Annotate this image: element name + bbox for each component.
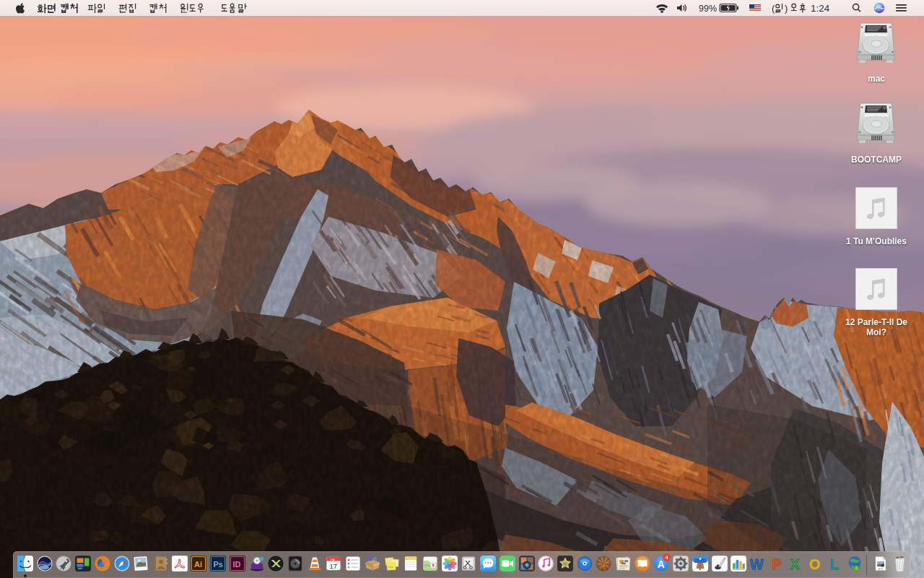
svg-text:7월: 7월: [331, 558, 335, 561]
svg-text:ID: ID: [232, 560, 240, 569]
svg-text:): ): [785, 3, 788, 14]
svg-text:O: O: [809, 556, 821, 572]
svg-text:17: 17: [330, 562, 338, 570]
svg-text:P: P: [772, 556, 781, 572]
svg-text:L: L: [830, 556, 839, 572]
svg-text:99%: 99%: [699, 4, 717, 14]
svg-text:1:24: 1:24: [811, 3, 830, 14]
svg-text:W: W: [750, 556, 764, 572]
svg-text:Plan: Plan: [388, 566, 393, 569]
svg-text:RTF: RTF: [879, 568, 883, 571]
svg-text:(: (: [772, 3, 775, 14]
svg-text:X: X: [790, 556, 801, 572]
svg-text:Ai: Ai: [194, 560, 202, 569]
svg-text:Ps: Ps: [214, 560, 223, 569]
